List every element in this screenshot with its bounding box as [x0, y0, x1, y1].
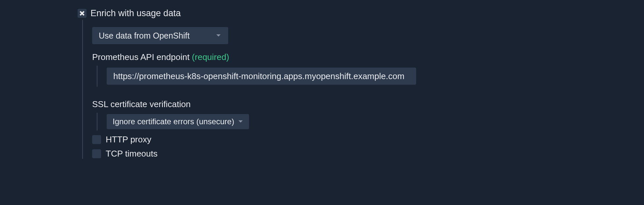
chevron-down-icon	[216, 34, 221, 37]
http-proxy-checkbox[interactable]	[92, 135, 101, 144]
ssl-verification-section: SSL certificate verification Ignore cert…	[92, 99, 644, 131]
enrich-usage-data-checkbox[interactable]	[78, 9, 87, 18]
ssl-dropdown-wrapper: Ignore certificate errors (unsecure)	[97, 113, 644, 131]
close-x-icon	[79, 11, 85, 16]
prometheus-endpoint-label-row: Prometheus API endpoint (required)	[92, 52, 644, 62]
data-source-dropdown[interactable]: Use data from OpenShift	[92, 27, 228, 44]
ssl-verification-dropdown[interactable]: Ignore certificate errors (unsecure)	[107, 114, 249, 129]
section-body: Use data from OpenShift Prometheus API e…	[82, 20, 644, 159]
prometheus-endpoint-label: Prometheus API endpoint	[92, 52, 190, 62]
required-badge: (required)	[192, 52, 229, 62]
tcp-timeouts-checkbox[interactable]	[92, 149, 101, 158]
enrich-usage-data-row: Enrich with usage data	[78, 8, 644, 18]
ssl-verification-label: SSL certificate verification	[92, 99, 644, 109]
ssl-verification-selected: Ignore certificate errors (unsecure)	[113, 117, 234, 126]
http-proxy-row: HTTP proxy	[92, 134, 644, 145]
section-title: Enrich with usage data	[90, 8, 181, 18]
prometheus-endpoint-input[interactable]	[107, 68, 416, 85]
http-proxy-label: HTTP proxy	[106, 134, 151, 145]
chevron-down-icon	[238, 120, 243, 123]
prometheus-input-wrapper	[97, 66, 644, 87]
data-source-selected: Use data from OpenShift	[99, 31, 190, 41]
tcp-timeouts-row: TCP timeouts	[92, 149, 644, 159]
tcp-timeouts-label: TCP timeouts	[106, 149, 158, 159]
